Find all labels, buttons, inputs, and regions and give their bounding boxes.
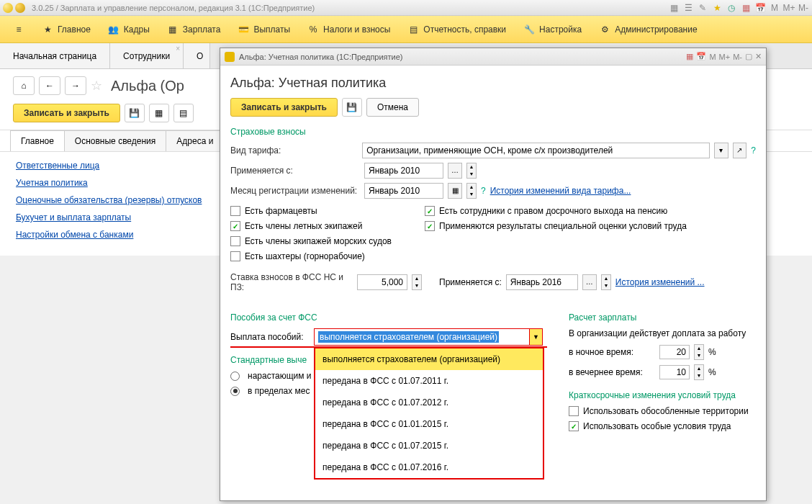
menu-zarplata[interactable]: ▦Зарплата [158, 16, 230, 42]
reg-month-input[interactable] [364, 183, 443, 199]
tool-icon[interactable]: ▦ [668, 2, 680, 14]
tool-button[interactable]: ▤ [173, 104, 194, 122]
app-icon [225, 52, 235, 62]
cb-special-assessment[interactable] [425, 221, 435, 231]
menu-otchetnost[interactable]: ▤Отчетность, справки [399, 16, 515, 42]
sub-tab-addresses[interactable]: Адреса и [166, 130, 224, 151]
dialog-title-bar: Альфа: Учетная политика (1С:Предприятие)… [220, 48, 766, 66]
dropdown-input[interactable]: выполняется страхователем (организацией) [314, 328, 530, 346]
cb-territories[interactable] [569, 406, 579, 416]
night-input[interactable] [659, 345, 690, 359]
menu-vyplaty[interactable]: 💳Выплаты [229, 16, 299, 42]
dropdown-option[interactable]: передана в ФСС с 01.01.2015 г. [315, 413, 543, 435]
dialog-title-text: Альфа: Учетная политика (1С:Предприятие) [239, 53, 403, 61]
evening-input[interactable] [659, 365, 690, 379]
section-salary: Расчет зарплаты [569, 312, 756, 323]
dialog-heading: Альфа: Учетная политика [230, 76, 756, 91]
m-minus-label[interactable]: M- [733, 53, 742, 61]
m-label[interactable]: M [709, 53, 716, 61]
menu-main[interactable]: ★Главное [33, 16, 99, 42]
calendar-icon[interactable]: 📅 [696, 52, 706, 61]
open-icon[interactable]: ↗ [733, 143, 747, 158]
applied-from-input[interactable] [364, 163, 443, 179]
spinner[interactable]: ▲▼ [694, 364, 704, 380]
applied-from2-input[interactable] [506, 274, 578, 290]
favorite-star-icon[interactable]: ☆ [91, 78, 102, 94]
tab-start-page[interactable]: Начальная страница [0, 43, 110, 68]
cb-flight-crew[interactable] [230, 221, 240, 231]
save-close-button[interactable]: Записать и закрыть [13, 104, 120, 122]
m-minus-label[interactable]: M- [798, 2, 809, 14]
m-label[interactable]: M [769, 2, 780, 14]
dropdown-option[interactable]: выполняется страхователем (организацией) [315, 348, 543, 370]
m-plus-label[interactable]: M+ [719, 53, 731, 61]
clock-icon[interactable]: ◷ [726, 2, 737, 14]
applied-from-label: Применяется с: [230, 166, 360, 176]
calendar-icon[interactable]: 📅 [754, 2, 766, 14]
salary-text: В организации действует доплата за работ… [569, 328, 756, 338]
radio-cumulative[interactable] [230, 372, 240, 381]
cb-sea-crew[interactable] [230, 236, 240, 246]
history-link[interactable]: История изменений ... [615, 277, 705, 287]
picker-icon[interactable]: … [448, 163, 462, 179]
spinner[interactable]: ▲▼ [601, 274, 611, 290]
close-icon[interactable]: × [176, 45, 180, 53]
spinner[interactable]: ▲▼ [466, 183, 477, 199]
sub-tab-basic[interactable]: Основные сведения [64, 130, 166, 151]
menu-burger[interactable]: ≡ [4, 16, 33, 42]
tariff-input[interactable] [362, 143, 710, 158]
tool-icon[interactable]: ✎ [697, 2, 708, 14]
cancel-button[interactable]: Отмена [366, 98, 419, 117]
calendar-picker-icon[interactable]: ▦ [448, 183, 462, 199]
app-title: 3.0.25 / Зарплата и управление персонало… [32, 4, 315, 12]
menu-kadry[interactable]: 👥Кадры [99, 16, 158, 42]
app-icon-1 [3, 3, 13, 13]
dropdown-option[interactable]: передана в ФСС с 01.07.2011 г. [315, 370, 543, 392]
spinner[interactable]: ▲▼ [412, 274, 422, 290]
back-button[interactable]: ← [39, 76, 60, 95]
star-icon[interactable]: ★ [711, 2, 723, 14]
payment-dropdown[interactable]: выполняется страхователем (организацией)… [314, 328, 543, 346]
history-tariff-link[interactable]: История изменений вида тарифа... [490, 186, 631, 196]
calc-icon[interactable]: ▦ [740, 2, 752, 14]
cb-pharmacists[interactable] [230, 206, 240, 216]
tool-icon[interactable]: ▦ [686, 52, 693, 61]
maximize-icon[interactable]: ▢ [745, 52, 752, 61]
fss-rate-label: Ставка взносов в ФСС НС и ПЗ: [230, 272, 353, 292]
dialog-save-close-button[interactable]: Записать и закрыть [230, 98, 338, 117]
cb-conditions[interactable] [569, 421, 579, 431]
reg-month-label: Месяц регистрации изменений: [230, 186, 360, 196]
dropdown-list: выполняется страхователем (организацией)… [314, 347, 544, 480]
fss-rate-input[interactable] [357, 274, 407, 290]
dropdown-icon[interactable]: ▾ [714, 143, 728, 158]
forward-button[interactable]: → [65, 76, 86, 95]
tool-icon[interactable]: ☰ [682, 2, 694, 14]
save-button[interactable]: 💾 [125, 104, 145, 122]
cb-early-pension[interactable] [425, 206, 435, 216]
menu-admin[interactable]: ⚙Администрирование [590, 16, 705, 42]
dialog-save-button[interactable]: 💾 [342, 98, 362, 117]
cb-miners[interactable] [230, 251, 240, 261]
close-icon[interactable]: ✕ [755, 52, 762, 61]
sub-tab-main[interactable]: Главное [10, 130, 65, 151]
help-icon[interactable]: ? [481, 186, 486, 196]
policy-dialog: Альфа: Учетная политика (1С:Предприятие)… [220, 48, 767, 501]
main-menu: ≡ ★Главное 👥Кадры ▦Зарплата 💳Выплаты %На… [0, 16, 812, 43]
home-button[interactable]: ⌂ [13, 76, 35, 95]
tab-employees[interactable]: Сотрудники× [110, 43, 184, 68]
tab-org[interactable]: О [184, 43, 210, 68]
dropdown-option[interactable]: передана в ФСС с 01.07.2015 г. [315, 435, 543, 456]
dropdown-option[interactable]: передана в ФСС с 01.07.2016 г. [315, 456, 543, 478]
dropdown-toggle-icon[interactable]: ▼ [530, 328, 543, 346]
menu-nastroyka[interactable]: 🔧Настройка [515, 16, 590, 42]
m-plus-label[interactable]: M+ [783, 2, 795, 14]
dropdown-option[interactable]: передана в ФСС с 01.07.2012 г. [315, 392, 543, 413]
menu-nalogi[interactable]: %Налоги и взносы [299, 16, 399, 42]
spinner[interactable]: ▲▼ [466, 163, 477, 179]
tool-button[interactable]: ▦ [149, 104, 169, 122]
radio-monthly[interactable] [230, 387, 240, 396]
spinner[interactable]: ▲▼ [694, 344, 704, 360]
page-title: Альфа (Ор [111, 78, 184, 94]
picker-icon[interactable]: … [582, 274, 597, 290]
help-icon[interactable]: ? [751, 145, 756, 156]
